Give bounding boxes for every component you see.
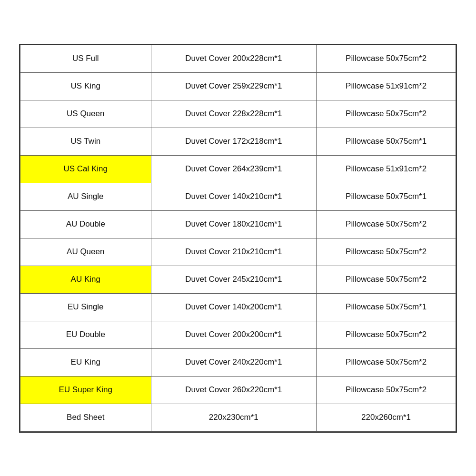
table-row: US KingDuvet Cover 259x229cm*1Pillowcase… (20, 72, 456, 100)
table-row: US FullDuvet Cover 200x228cm*1Pillowcase… (20, 45, 456, 72)
pillowcase-size: Pillowcase 50x75cm*2 (317, 210, 456, 238)
size-name: Bed Sheet (20, 404, 151, 431)
size-name: EU King (20, 348, 151, 376)
table-row: EU DoubleDuvet Cover 200x200cm*1Pillowca… (20, 321, 456, 348)
size-name: EU Double (20, 321, 151, 348)
duvet-cover-size: Duvet Cover 245x210cm*1 (151, 266, 317, 293)
pillowcase-size: Pillowcase 50x75cm*2 (317, 238, 456, 266)
pillowcase-size: Pillowcase 50x75cm*2 (317, 266, 456, 293)
duvet-cover-size: Duvet Cover 200x228cm*1 (151, 45, 317, 72)
pillowcase-size: Pillowcase 50x75cm*2 (317, 348, 456, 376)
pillowcase-size: Pillowcase 51x91cm*2 (317, 155, 456, 183)
table-row: AU KingDuvet Cover 245x210cm*1Pillowcase… (20, 266, 456, 293)
size-name: US Twin (20, 128, 151, 155)
size-name: EU Super King (20, 376, 151, 404)
duvet-cover-size: Duvet Cover 228x228cm*1 (151, 100, 317, 128)
duvet-cover-size: Duvet Cover 200x200cm*1 (151, 321, 317, 348)
table-row: AU DoubleDuvet Cover 180x210cm*1Pillowca… (20, 210, 456, 238)
table-row: AU QueenDuvet Cover 210x210cm*1Pillowcas… (20, 238, 456, 266)
pillowcase-size: Pillowcase 50x75cm*1 (317, 128, 456, 155)
duvet-cover-size: Duvet Cover 140x210cm*1 (151, 183, 317, 210)
duvet-cover-size: 220x230cm*1 (151, 404, 317, 431)
duvet-cover-size: Duvet Cover 240x220cm*1 (151, 348, 317, 376)
table-row: EU KingDuvet Cover 240x220cm*1Pillowcase… (20, 348, 456, 376)
duvet-cover-size: Duvet Cover 140x200cm*1 (151, 293, 317, 321)
pillowcase-size: 220x260cm*1 (317, 404, 456, 431)
duvet-cover-size: Duvet Cover 259x229cm*1 (151, 72, 317, 100)
duvet-cover-size: Duvet Cover 264x239cm*1 (151, 155, 317, 183)
size-name: US Queen (20, 100, 151, 128)
size-name: AU Queen (20, 238, 151, 266)
table-row: EU Super KingDuvet Cover 260x220cm*1Pill… (20, 376, 456, 404)
size-name: AU Double (20, 210, 151, 238)
size-name: AU Single (20, 183, 151, 210)
size-name: US Full (20, 45, 151, 72)
table-row: US TwinDuvet Cover 172x218cm*1Pillowcase… (20, 128, 456, 155)
duvet-cover-size: Duvet Cover 172x218cm*1 (151, 128, 317, 155)
size-name: AU King (20, 266, 151, 293)
duvet-cover-size: Duvet Cover 180x210cm*1 (151, 210, 317, 238)
pillowcase-size: Pillowcase 50x75cm*2 (317, 321, 456, 348)
duvet-cover-size: Duvet Cover 210x210cm*1 (151, 238, 317, 266)
pillowcase-size: Pillowcase 50x75cm*2 (317, 100, 456, 128)
duvet-cover-size: Duvet Cover 260x220cm*1 (151, 376, 317, 404)
table-row: EU SingleDuvet Cover 140x200cm*1Pillowca… (20, 293, 456, 321)
size-name: US King (20, 72, 151, 100)
table-row: US QueenDuvet Cover 228x228cm*1Pillowcas… (20, 100, 456, 128)
pillowcase-size: Pillowcase 50x75cm*2 (317, 45, 456, 72)
size-name: EU Single (20, 293, 151, 321)
size-guide-table-container: US FullDuvet Cover 200x228cm*1Pillowcase… (19, 44, 457, 433)
pillowcase-size: Pillowcase 50x75cm*1 (317, 293, 456, 321)
pillowcase-size: Pillowcase 50x75cm*1 (317, 183, 456, 210)
pillowcase-size: Pillowcase 51x91cm*2 (317, 72, 456, 100)
table-row: US Cal KingDuvet Cover 264x239cm*1Pillow… (20, 155, 456, 183)
table-row: Bed Sheet220x230cm*1220x260cm*1 (20, 404, 456, 431)
size-name: US Cal King (20, 155, 151, 183)
table-row: AU SingleDuvet Cover 140x210cm*1Pillowca… (20, 183, 456, 210)
pillowcase-size: Pillowcase 50x75cm*2 (317, 376, 456, 404)
size-guide-table: US FullDuvet Cover 200x228cm*1Pillowcase… (20, 45, 456, 432)
